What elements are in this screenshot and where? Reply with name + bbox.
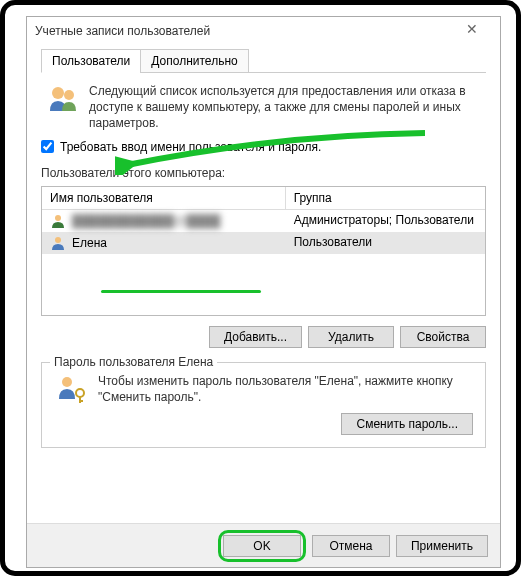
tab-users[interactable]: Пользователи	[41, 49, 141, 73]
users-table[interactable]: Имя пользователя Группа ████████████@███…	[41, 186, 486, 316]
cancel-button[interactable]: Отмена	[312, 535, 390, 557]
password-fieldset: Пароль пользователя Елена Чтобы изменить…	[41, 362, 486, 448]
apply-button[interactable]: Применить	[396, 535, 488, 557]
username-cell: ████████████@████	[72, 214, 220, 228]
description-text: Следующий список используется для предос…	[89, 83, 486, 132]
group-cell: Администраторы; Пользователи	[286, 212, 485, 230]
group-cell: Пользователи	[286, 234, 485, 252]
user-accounts-dialog: Учетные записи пользователей ✕ Пользоват…	[26, 16, 501, 568]
svg-rect-7	[79, 400, 83, 402]
users-list-label: Пользователи этого компьютера:	[41, 166, 486, 180]
add-button[interactable]: Добавить...	[209, 326, 302, 348]
annotation-underline	[101, 290, 261, 293]
require-login-label: Требовать ввод имени пользователя и паро…	[60, 140, 321, 154]
require-login-checkbox[interactable]: Требовать ввод имени пользователя и паро…	[41, 140, 486, 154]
properties-button[interactable]: Свойства	[400, 326, 486, 348]
change-password-button[interactable]: Сменить пароль...	[341, 413, 473, 435]
description-row: Следующий список используется для предос…	[41, 83, 486, 132]
svg-point-0	[52, 87, 64, 99]
svg-point-1	[64, 90, 74, 100]
tab-strip: Пользователи Дополнительно	[41, 49, 486, 73]
svg-point-3	[55, 237, 61, 243]
user-buttons-row: Добавить... Удалить Свойства	[41, 326, 486, 348]
user-key-icon	[56, 373, 88, 405]
table-row[interactable]: ████████████@████ Администраторы; Пользо…	[42, 210, 485, 232]
ok-button[interactable]: OK	[223, 535, 301, 557]
require-login-input[interactable]	[41, 140, 54, 153]
user-icon	[50, 235, 66, 251]
close-icon[interactable]: ✕	[452, 21, 492, 41]
users-icon	[47, 83, 79, 115]
col-group[interactable]: Группа	[286, 187, 485, 209]
svg-point-2	[55, 215, 61, 221]
svg-point-4	[62, 377, 72, 387]
dialog-button-bar: OK Отмена Применить	[27, 523, 500, 567]
password-text: Чтобы изменить пароль пользователя "Елен…	[98, 373, 473, 405]
svg-point-5	[76, 389, 84, 397]
remove-button[interactable]: Удалить	[308, 326, 394, 348]
password-legend: Пароль пользователя Елена	[50, 355, 217, 369]
col-username[interactable]: Имя пользователя	[42, 187, 286, 209]
ok-highlight: OK	[218, 530, 306, 562]
content-area: Пользователи Дополнительно Следующий спи…	[27, 45, 500, 458]
window-title: Учетные записи пользователей	[35, 24, 452, 38]
titlebar[interactable]: Учетные записи пользователей ✕	[27, 17, 500, 45]
user-icon	[50, 213, 66, 229]
table-row[interactable]: Елена Пользователи	[42, 232, 485, 254]
username-cell: Елена	[72, 236, 107, 250]
tab-advanced[interactable]: Дополнительно	[140, 49, 248, 73]
table-header: Имя пользователя Группа	[42, 187, 485, 210]
